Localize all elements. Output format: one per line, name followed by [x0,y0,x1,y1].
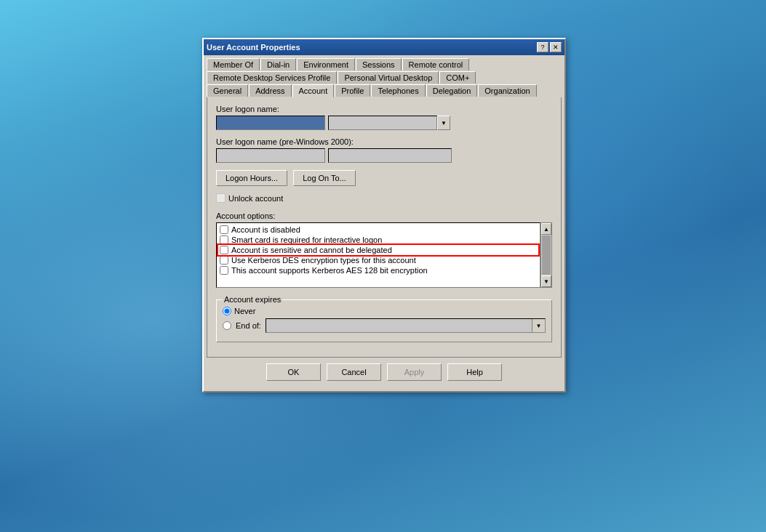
option-kerberos-des: Use Kerberos DES encryption types for th… [218,255,538,265]
option-disabled-label: Account is disabled [231,225,300,234]
unlock-account-checkbox[interactable] [216,193,226,203]
tab-address[interactable]: Address [249,84,291,97]
option-disabled-checkbox[interactable] [220,225,228,234]
option-disabled: Account is disabled [218,225,538,235]
scroll-up-btn[interactable]: ▲ [541,223,551,235]
account-expires-fieldset: Account expires Never End of: ▼ [216,295,552,342]
tab-profile[interactable]: Profile [335,84,370,97]
domain-dropdown-wrapper: ▼ [328,116,450,130]
tabs-row3: General Address Account Profile Telephon… [207,84,562,97]
cancel-button[interactable]: Cancel [327,363,381,381]
title-bar-controls: ? ✕ [537,42,562,52]
close-title-btn[interactable]: ✕ [550,42,562,52]
option-smart-card-checkbox[interactable] [220,235,228,244]
pre2000-domain-input[interactable] [216,148,325,163]
user-properties-dialog: User Account Properties ? ✕ Member Of Di… [202,38,566,392]
apply-button[interactable]: Apply [387,363,442,381]
unlock-account-label: Unlock account [228,194,283,203]
end-of-date-dropdown[interactable]: ▼ [266,318,546,333]
ok-button[interactable]: OK [266,363,321,381]
tab-com-plus[interactable]: COM+ [439,71,476,84]
user-logon-name-label: User logon name: [216,105,552,113]
help-title-btn[interactable]: ? [537,42,548,52]
help-button[interactable]: Help [447,363,502,381]
option-sensitive-checkbox[interactable] [220,246,228,254]
logon-buttons-row: Logon Hours... Log On To... [216,170,552,186]
option-sensitive-label: Account is sensitive and cannot be deleg… [231,246,392,254]
option-smart-card: Smart card is required for interactive l… [218,235,538,245]
never-label: Never [234,307,255,315]
title-bar: User Account Properties ? ✕ [204,39,564,55]
tab-environment[interactable]: Environment [297,58,355,70]
tab-delegation[interactable]: Delegation [426,84,478,97]
dialog-footer: OK Cancel Apply Help [207,358,562,388]
user-logon-name-input[interactable] [216,116,325,130]
account-options-wrapper: Account is disabled Smart card is requir… [216,222,552,288]
user-logon-name-row: ▼ [216,116,552,130]
tab-general[interactable]: General [207,84,248,97]
option-kerberos-aes-checkbox[interactable] [220,266,228,275]
pre2000-name-input[interactable] [328,148,452,163]
account-options-list: Account is disabled Smart card is requir… [216,222,540,288]
option-kerberos-des-checkbox[interactable] [220,256,228,265]
unlock-account-row: Unlock account [216,193,552,203]
option-sensitive: Account is sensitive and cannot be deleg… [218,245,538,255]
end-of-date-dropdown-btn[interactable]: ▼ [532,319,545,332]
tab-dial-in[interactable]: Dial-in [260,58,296,70]
account-tab-content: User logon name: ▼ User logon name (pre-… [207,97,562,358]
account-options-section: Account options: Account is disabled Sma… [216,211,552,288]
tabs-row2: Remote Desktop Services Profile Personal… [207,71,562,84]
option-kerberos-aes: This account supports Kerberos AES 128 b… [218,265,538,275]
user-logon-name-section: User logon name: ▼ [216,105,552,130]
option-smart-card-label: Smart card is required for interactive l… [231,235,382,244]
logon-hours-button[interactable]: Logon Hours... [216,170,287,186]
tab-account[interactable]: Account [292,84,335,97]
option-kerberos-aes-label: This account supports Kerberos AES 128 b… [231,266,428,275]
tab-personal-virtual[interactable]: Personal Virtual Desktop [338,71,439,84]
scroll-thumb [542,235,551,275]
account-options-scrollbar: ▲ ▼ [540,222,552,288]
tab-telephones[interactable]: Telephones [371,84,425,97]
tab-member-of[interactable]: Member Of [207,58,260,70]
tab-remote-desktop[interactable]: Remote Desktop Services Profile [207,71,337,84]
account-options-label: Account options: [216,211,552,220]
domain-input[interactable] [328,116,437,130]
tabs-row1-container: Member Of Dial-in Environment Sessions R… [204,55,564,97]
never-radio-row: Never [223,307,546,315]
dialog-title: User Account Properties [207,43,300,52]
never-radio[interactable] [223,307,231,315]
domain-dropdown-btn[interactable]: ▼ [437,116,450,130]
user-logon-pre2000-row [216,148,552,163]
tab-organization[interactable]: Organization [478,84,536,97]
tab-sessions[interactable]: Sessions [356,58,402,70]
log-on-to-button[interactable]: Log On To... [293,170,356,186]
end-of-radio-row: End of: ▼ [223,318,546,333]
end-of-radio[interactable] [223,321,231,330]
account-expires-legend: Account expires [223,295,282,304]
tabs-row1: Member Of Dial-in Environment Sessions R… [207,58,562,70]
option-kerberos-des-label: Use Kerberos DES encryption types for th… [231,256,416,265]
user-logon-pre2000-section: User logon name (pre-Windows 2000): [216,137,552,163]
tab-remote-control[interactable]: Remote control [402,58,470,70]
user-logon-pre2000-label: User logon name (pre-Windows 2000): [216,137,552,146]
end-of-label: End of: [236,321,261,330]
scroll-down-btn[interactable]: ▼ [541,275,551,287]
